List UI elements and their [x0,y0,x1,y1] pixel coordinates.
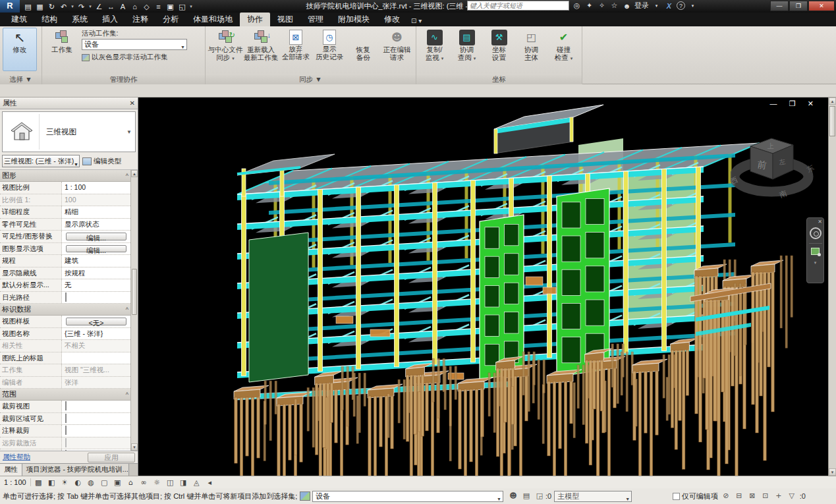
section-header-2[interactable]: 标识数据^ [0,304,130,316]
property-edit-button[interactable]: 编辑... [66,233,126,240]
drawing-area[interactable]: — ❐ ✕ 前 上 左 西 南 东 ✕ [138,98,828,476]
worksharing-display-settings-icon[interactable]: ▤ [520,491,532,501]
unlocked-3d-view-icon[interactable]: ⌂ [125,478,136,488]
customize-qat-icon[interactable]: ▾ [188,1,194,12]
section-header-1[interactable]: 图形^ [0,170,130,182]
close-hidden-windows-icon[interactable]: ▣ [165,1,176,12]
aligned-dimension-icon[interactable]: ↔ [105,1,117,12]
help-dropdown-icon[interactable]: ▾ [688,3,698,9]
ribbon-tab-6[interactable]: 分析 [155,13,186,26]
search-input[interactable] [467,1,569,11]
property-value[interactable] [62,352,130,364]
gray-inactive-worksets-button[interactable]: 以灰色显示非活动工作集 [82,53,187,62]
copy-monitor-button[interactable]: ∿复制/监视 ▾ [419,28,450,71]
properties-close-icon[interactable]: ✕ [130,99,135,107]
ribbon-tab-8[interactable]: 协作 [240,13,270,26]
design-options-dropdown[interactable]: 主模型▼ [554,491,632,502]
minimize-button[interactable]: — [770,1,789,11]
ribbon-tab-7[interactable]: 体量和场地 [186,13,240,26]
interference-check-button[interactable]: ✔碰撞检查 ▾ [548,28,579,71]
ribbon-tab-2[interactable]: 结构 [34,13,65,26]
ribbon-tab-12[interactable]: 修改 [377,13,407,26]
shadows-icon[interactable]: ◐ [72,478,84,488]
ribbon-tab-5[interactable]: 注释 [125,13,155,26]
type-selector[interactable]: 三维视图 ▼ [2,111,136,152]
analytical-model-icon[interactable]: ◬ [191,478,202,488]
redo-dropdown-icon[interactable]: ▾ [88,1,93,12]
property-value[interactable]: 显示原状态 [62,219,130,231]
user-icon[interactable]: ☻ [622,2,632,10]
property-value[interactable]: 建筑 [62,255,130,267]
exchange-apps-icon[interactable]: X [664,2,674,10]
canvas-scroll-thumb[interactable] [829,106,835,136]
navbar-dropdown-icon[interactable]: ▾ [814,260,817,266]
select-links-icon[interactable]: ⊘ [720,491,732,501]
worksharing-display-icon[interactable]: ◫ [165,478,176,488]
favorites-icon[interactable]: ☆ [609,1,619,10]
thin-lines-icon[interactable]: ≡ [153,1,164,12]
ribbon-display-toggle[interactable]: ⊡ ▾ [407,15,426,26]
close-button[interactable]: ✕ [808,1,835,11]
property-edit-button[interactable]: <无> [66,318,126,325]
synchronize-panel-label[interactable]: 同步 ▼ [206,74,416,84]
ribbon-tab-1[interactable]: 建筑 [4,13,34,26]
sync-with-central-button[interactable]: ↻与中心文件同步 ▾ [208,28,242,71]
select-pinned-icon[interactable]: ⊠ [746,491,758,501]
coordination-review-button[interactable]: ▤协调查阅 ▾ [451,28,482,71]
filter-icon[interactable]: ▽ [786,491,798,501]
ribbon-tab-3[interactable]: 系统 [65,13,95,26]
section-icon[interactable]: ◇ [141,1,152,12]
restore-backup-button[interactable]: 恢复备份 [347,28,379,71]
sign-in-button[interactable]: 登录 [634,1,649,11]
canvas-scrollbar[interactable]: ▲ ▼ [828,98,836,476]
reveal-hidden-elements-icon[interactable]: ☼ [152,478,163,488]
zoom-icon[interactable] [811,248,820,255]
crop-view-icon[interactable]: ▢ [99,478,110,488]
sun-path-icon[interactable]: ☀ [59,478,70,488]
tab-project-browser[interactable]: 项目浏览器 - 技师学院机电培训... [22,464,129,476]
relinquish-all-button[interactable]: ⊠放弃全部请求 [279,28,312,71]
apply-button[interactable]: 应用 [88,453,135,462]
editing-requests-icon[interactable]: ☻ [507,491,519,501]
editable-only-checkbox[interactable] [673,493,680,500]
property-checkbox[interactable] [65,438,67,447]
navigation-bar[interactable]: ✕ ▾ [806,217,824,283]
reload-latest-button[interactable]: ↓重新载入最新工作集 [244,28,278,71]
drag-on-selection-icon[interactable]: + [773,491,785,501]
coordination-settings-button[interactable]: ⚒坐标设置 [484,28,515,71]
steering-wheel-icon[interactable] [810,227,822,239]
collapse-icon[interactable]: ^ [126,306,128,313]
property-value[interactable]: 按规程 [62,267,130,279]
navbar-close-icon[interactable]: ✕ [818,219,822,225]
ribbon-tab-11[interactable]: 附加模块 [331,13,377,26]
measure-icon[interactable]: ∠ [94,1,105,12]
help-icon[interactable]: ? [677,1,685,10]
active-workset-status-dropdown[interactable]: 设备▼ [312,491,503,502]
open-icon[interactable]: ▤ [22,1,34,12]
save-icon[interactable]: ▦ [34,1,45,12]
switch-windows-icon[interactable]: ◱ [177,1,188,12]
temporary-hide-isolate-icon[interactable]: ∞ [138,478,150,488]
restore-button[interactable]: ❐ [789,1,808,11]
modify-button[interactable]: ↖ 修改 [3,28,37,71]
property-value[interactable]: 视图 "三维视... [62,364,130,376]
select-by-face-icon[interactable]: ⊡ [760,491,771,501]
active-workset-dropdown[interactable]: 设备▼ [82,39,187,50]
property-checkbox[interactable] [65,401,67,410]
type-selector-dropdown-icon[interactable]: ▼ [126,129,132,135]
communication-center-icon[interactable]: ✧ [597,1,607,10]
show-history-button[interactable]: ◷显示历史记录 [313,28,345,71]
detail-level-icon[interactable]: ▩ [33,478,44,488]
edit-type-button[interactable]: 编辑类型 [82,157,121,166]
undo-dropdown-icon[interactable]: ▾ [70,1,75,12]
scale-button[interactable]: 1 : 100 [3,478,31,486]
property-checkbox[interactable] [65,450,67,451]
ribbon-tab-10[interactable]: 管理 [300,13,331,26]
temporary-view-properties-icon[interactable]: ◨ [178,478,189,488]
canvas-scroll-up-icon[interactable]: ▲ [829,98,836,105]
structural-model[interactable] [138,98,828,476]
inactive-view-icon[interactable]: ◲ [534,491,545,501]
property-checkbox[interactable] [65,426,67,435]
property-value[interactable]: {三维 - 张洋} [62,328,130,340]
coordination-host-button[interactable]: ◰协调主体 [516,28,547,71]
